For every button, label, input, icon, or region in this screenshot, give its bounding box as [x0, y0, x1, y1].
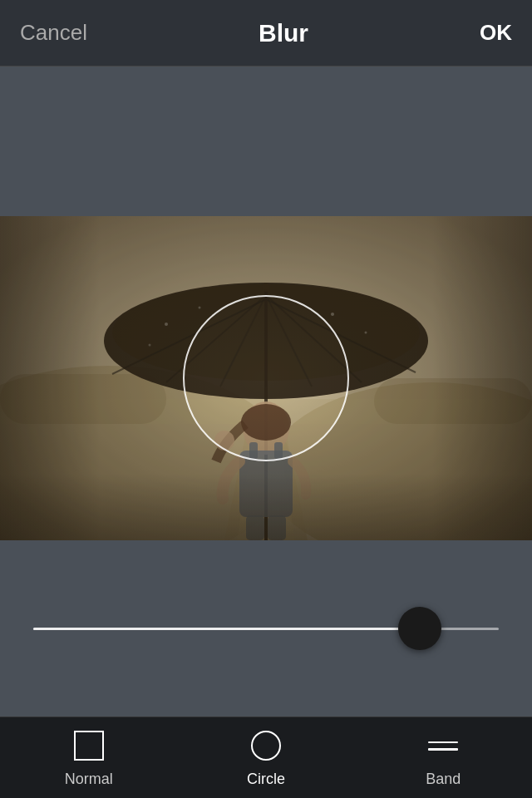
- image-area[interactable]: [0, 216, 532, 540]
- band-icon-shape: [428, 741, 458, 751]
- slider-container[interactable]: [33, 599, 499, 658]
- square-icon-shape: [74, 731, 104, 761]
- ok-button[interactable]: OK: [480, 20, 512, 46]
- header: Cancel Blur OK: [0, 0, 532, 66]
- slider-area: [0, 540, 532, 717]
- tool-band[interactable]: Band: [393, 727, 493, 788]
- normal-label: Normal: [65, 771, 113, 788]
- page-title: Blur: [259, 19, 308, 47]
- top-area: [0, 66, 532, 216]
- slider-thumb[interactable]: [398, 607, 441, 650]
- band-line-2: [428, 748, 458, 751]
- circle-label: Circle: [247, 771, 285, 788]
- circle-icon: [248, 727, 284, 764]
- band-icon: [425, 727, 461, 764]
- slider-fill: [33, 628, 429, 630]
- tool-normal[interactable]: Normal: [39, 727, 139, 788]
- focus-circle[interactable]: [183, 295, 349, 461]
- toolbar: Normal Circle Band: [0, 717, 532, 798]
- circle-icon-shape: [251, 731, 281, 761]
- cancel-button[interactable]: Cancel: [20, 20, 87, 46]
- normal-icon: [71, 727, 107, 764]
- slider-track: [33, 628, 499, 630]
- band-line-1: [428, 741, 458, 744]
- band-label: Band: [426, 771, 461, 788]
- tool-circle[interactable]: Circle: [216, 727, 316, 788]
- blur-bottom: [0, 474, 532, 540]
